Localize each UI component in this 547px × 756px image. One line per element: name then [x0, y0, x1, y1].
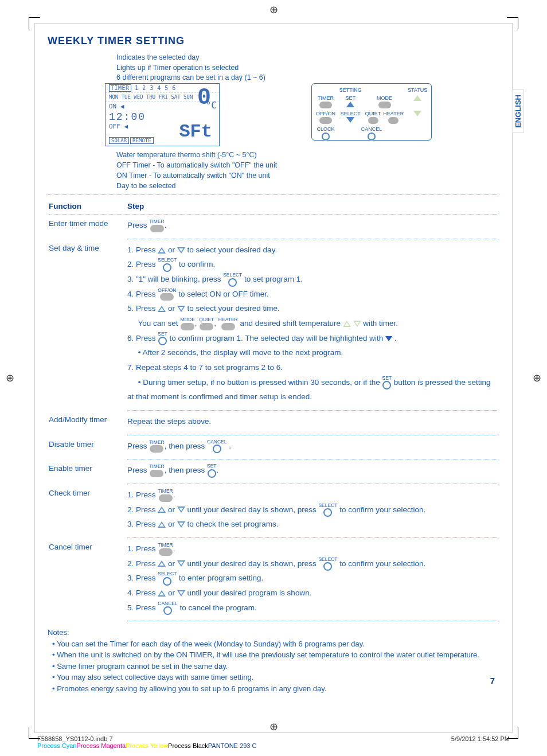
- select-button-icon: SELECT: [318, 503, 337, 517]
- step-cell: Repeat the steps above.: [127, 412, 498, 435]
- function-label: Enable timer: [49, 461, 126, 484]
- language-tab: ENGLISH: [512, 89, 524, 133]
- down-arrow-icon: [177, 521, 185, 528]
- function-label: Cancel timer: [49, 539, 126, 621]
- set-button-icon: SET: [382, 376, 392, 390]
- up-arrow-icon: [158, 521, 166, 528]
- function-label: Disable timer: [49, 437, 126, 460]
- function-label: Check timer: [49, 485, 126, 538]
- page-title: WEEKLY TIMER SETTING: [48, 35, 499, 47]
- up-arrow-pale-icon: [343, 321, 351, 327]
- up-arrow-icon: [158, 560, 166, 567]
- page-number: 7: [490, 676, 495, 685]
- down-arrow-pale-icon: [353, 321, 361, 327]
- select-button-icon: SELECT: [318, 557, 337, 571]
- offon-button-icon: OFF/ON: [158, 288, 176, 301]
- set-button-icon: SET: [207, 463, 217, 478]
- function-label: Set day & time: [49, 240, 126, 411]
- up-arrow-icon: [158, 306, 166, 312]
- timer-button-icon: TIMER: [158, 489, 173, 502]
- notes-section: Notes: You can set the Timer for each da…: [48, 627, 499, 694]
- timer-button-icon: TIMER: [158, 543, 173, 556]
- timer-button-icon: TIMER: [149, 219, 164, 232]
- step-cell: 1. Press TIMER. 2. Press or until your d…: [127, 539, 498, 621]
- down-arrow-icon: [177, 590, 185, 597]
- lcd-display-diagram: TIMER 1 2 3 4 5 6 MON TUE WED THU FRI SA…: [105, 83, 220, 146]
- registration-mark: ⊕: [6, 372, 14, 384]
- down-arrow-icon: [177, 247, 185, 254]
- instruction-table: FunctionStep Enter timer mode Press TIME…: [48, 198, 499, 622]
- up-arrow-icon: [158, 247, 166, 254]
- down-arrow-icon: [177, 560, 185, 567]
- select-button-icon: SELECT: [223, 272, 242, 287]
- print-footer: F568658_YS0112-0.indb 7 5/9/2012 1:54:52…: [37, 735, 510, 749]
- down-arrow-icon: [177, 506, 185, 513]
- mode-button-icon: MODE: [180, 317, 195, 330]
- step-cell: 1. Press TIMER. 2. Press or until your d…: [127, 485, 498, 538]
- bottom-callouts: Water temperature thermo shift (-5°C ~ 5…: [116, 150, 499, 192]
- set-button-icon: SET: [158, 332, 167, 346]
- step-cell: Press TIMER.: [127, 216, 498, 239]
- cancel-button-icon: CANCEL: [158, 601, 177, 615]
- step-cell: 1. Press or to select your desired day. …: [127, 240, 498, 411]
- step-cell: Press TIMER, then press SET.: [127, 461, 498, 484]
- function-label: Add/Modify timer: [49, 412, 126, 435]
- select-button-icon: SELECT: [158, 258, 177, 272]
- function-label: Enter timer mode: [49, 216, 126, 239]
- registration-mark: ⊕: [533, 372, 541, 384]
- timer-button-icon: TIMER: [149, 464, 164, 477]
- step-cell: Press TIMER, then press CANCEL .: [127, 437, 498, 460]
- up-arrow-icon: [158, 590, 166, 597]
- select-button-icon: SELECT: [158, 571, 177, 586]
- cancel-button-icon: CANCEL: [207, 439, 226, 454]
- timer-button-icon: TIMER: [149, 440, 164, 453]
- down-triangle-icon: [385, 336, 392, 341]
- quiet-button-icon: QUIET: [199, 317, 214, 330]
- top-callouts: Indicates the selected day Lights up if …: [116, 53, 499, 83]
- up-arrow-icon: [158, 506, 166, 513]
- remote-control-diagram: SETTING STATUS TIMER SET MODE OFF/ON SEL…: [311, 83, 432, 141]
- registration-mark: ⊕: [269, 3, 278, 16]
- down-arrow-icon: [177, 306, 185, 312]
- heater-button-icon: HEATER: [218, 317, 238, 330]
